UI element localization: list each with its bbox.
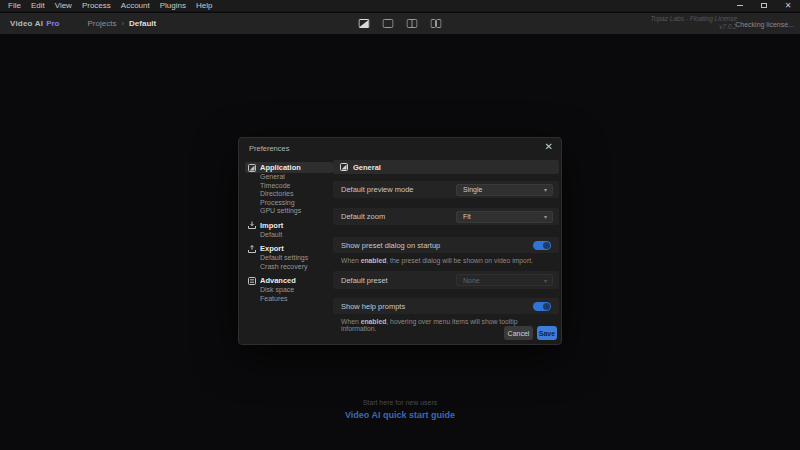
general-section-icon xyxy=(340,163,348,171)
app-name: Video AI xyxy=(10,19,43,28)
dialog-footer: Cancel Save xyxy=(504,326,557,340)
sidebar-item-features[interactable]: Features xyxy=(260,295,333,304)
default-zoom-select[interactable]: Fit ▾ xyxy=(456,211,553,223)
sidebar-group-advanced: Advanced Disk space Features xyxy=(245,275,333,303)
chevron-down-icon: ▾ xyxy=(544,277,552,284)
sidebar-item-crash-recovery[interactable]: Crash recovery xyxy=(260,263,333,272)
sidebar-item-default-settings[interactable]: Default settings xyxy=(260,254,333,263)
single-view-icon[interactable] xyxy=(383,19,394,28)
sidebar-item-import[interactable]: Import xyxy=(245,220,333,231)
advanced-icon xyxy=(248,277,256,285)
license-owner: Topaz Labs - Floating License xyxy=(651,15,737,23)
menu-edit[interactable]: Edit xyxy=(26,1,50,10)
sidebar-label: Import xyxy=(260,221,283,230)
preset-dialog-description: When enabled, the preset dialog will be … xyxy=(341,257,553,264)
menu-file[interactable]: File xyxy=(3,1,26,10)
dialog-title: Preferences xyxy=(249,144,289,153)
split-view-icon[interactable] xyxy=(407,19,418,28)
preferences-sidebar: Application General Timecode Directories… xyxy=(245,162,333,307)
preview-mode-switcher xyxy=(359,13,442,34)
menu-account[interactable]: Account xyxy=(116,1,155,10)
window-close-button[interactable]: ✕ xyxy=(776,0,800,12)
sidebar-label: Application xyxy=(260,163,301,172)
select-value: Single xyxy=(457,186,482,193)
default-preset-select: None ▾ xyxy=(456,274,553,286)
app-version: v7.0.2 xyxy=(651,23,737,31)
sidebar-group-export: Export Default settings Crash recovery xyxy=(245,243,333,271)
sidebar-item-disk-space[interactable]: Disk space xyxy=(260,286,333,295)
menu-process[interactable]: Process xyxy=(77,1,116,10)
breadcrumb: Projects › Default xyxy=(88,19,157,28)
select-value: None xyxy=(457,277,480,284)
app-logo: Video AI Pro xyxy=(0,19,60,28)
preferences-panel: General Default preview mode Single ▾ De… xyxy=(333,138,559,346)
import-icon xyxy=(248,221,256,229)
setting-row-help-prompts: Show help prompts xyxy=(333,298,559,314)
close-icon: ✕ xyxy=(785,2,792,10)
help-prompts-toggle[interactable] xyxy=(533,302,551,311)
preferences-dialog: Preferences ✕ Application General Timeco… xyxy=(238,137,562,345)
breadcrumb-current-project[interactable]: Default xyxy=(129,19,156,28)
setting-label: Default zoom xyxy=(333,212,385,221)
menu-plugins[interactable]: Plugins xyxy=(155,1,191,10)
setting-label: Default preset xyxy=(333,276,388,285)
sidebar-group-import: Import Default xyxy=(245,220,333,240)
sidebar-group-application: Application General Timecode Directories… xyxy=(245,162,333,216)
sidebar-item-export[interactable]: Export xyxy=(245,243,333,254)
setting-label: Show help prompts xyxy=(333,302,405,311)
application-icon xyxy=(248,164,256,172)
cancel-button[interactable]: Cancel xyxy=(504,326,533,340)
menu-bar: File Edit View Process Account Plugins H… xyxy=(0,0,800,12)
maximize-icon xyxy=(761,3,767,8)
sidebar-item-gpu-settings[interactable]: GPU settings xyxy=(260,207,333,216)
window-minimize-button[interactable] xyxy=(728,0,752,12)
setting-row-default-zoom: Default zoom Fit ▾ xyxy=(333,208,559,225)
toggle-knob xyxy=(543,303,550,310)
setting-row-default-preset: Default preset None ▾ xyxy=(333,271,559,289)
window-maximize-button[interactable] xyxy=(752,0,776,12)
toolbar: Video AI Pro Projects › Default Topaz La… xyxy=(0,13,800,34)
sidebar-label: Advanced xyxy=(260,276,296,285)
breadcrumb-separator-icon: › xyxy=(121,19,124,28)
license-status: Checking license... xyxy=(735,21,794,28)
chevron-down-icon: ▾ xyxy=(544,213,552,220)
minimize-icon xyxy=(737,5,743,6)
preset-dialog-toggle[interactable] xyxy=(533,241,551,250)
export-icon xyxy=(248,245,256,253)
sidebar-item-directories[interactable]: Directories xyxy=(260,190,333,199)
sidebar-item-application[interactable]: Application xyxy=(245,162,333,173)
setting-label: Show preset dialog on startup xyxy=(333,241,440,250)
panel-section-title: General xyxy=(353,163,381,172)
side-by-side-view-icon[interactable] xyxy=(431,19,442,28)
sidebar-item-import-default[interactable]: Default xyxy=(260,231,333,240)
setting-row-preview-mode: Default preview mode Single ▾ xyxy=(333,181,559,198)
quick-start-hint: Start here for new users xyxy=(0,399,800,406)
license-info: Topaz Labs - Floating License v7.0.2 xyxy=(651,15,737,31)
menu-view[interactable]: View xyxy=(50,1,77,10)
preview-mode-select[interactable]: Single ▾ xyxy=(456,184,553,196)
chevron-down-icon: ▾ xyxy=(544,186,552,193)
toggle-knob xyxy=(543,242,550,249)
panel-section-header: General xyxy=(333,160,559,174)
breadcrumb-projects[interactable]: Projects xyxy=(88,19,117,28)
comparison-view-icon[interactable] xyxy=(359,19,370,28)
setting-row-preset-dialog: Show preset dialog on startup xyxy=(333,237,559,253)
sidebar-label: Export xyxy=(260,244,284,253)
sidebar-item-timecode[interactable]: Timecode xyxy=(260,182,333,191)
quick-start-guide-link[interactable]: Video AI quick start guide xyxy=(0,410,800,420)
sidebar-item-general[interactable]: General xyxy=(260,173,333,182)
setting-label: Default preview mode xyxy=(333,185,414,194)
select-value: Fit xyxy=(457,213,471,220)
save-button[interactable]: Save xyxy=(537,326,557,340)
sidebar-item-advanced[interactable]: Advanced xyxy=(245,275,333,286)
sidebar-item-processing[interactable]: Processing xyxy=(260,199,333,208)
menu-help[interactable]: Help xyxy=(191,1,217,10)
pro-badge: Pro xyxy=(46,19,59,28)
